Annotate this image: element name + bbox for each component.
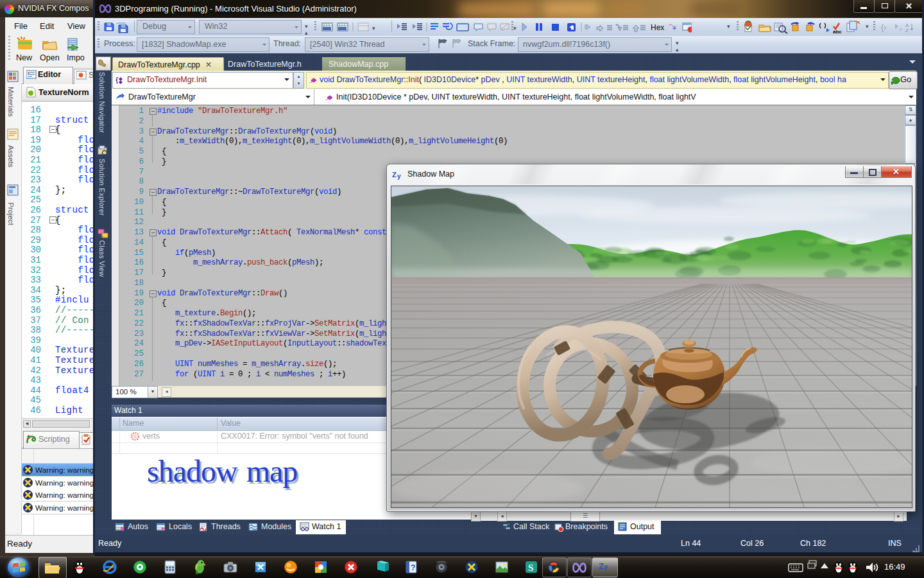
svg-text:?: ? — [899, 27, 902, 33]
svg-text:{›: {› — [881, 22, 887, 32]
svg-text:{: { — [116, 76, 119, 83]
svg-text:Hex: Hex — [651, 23, 664, 32]
svg-text:▾: ▾ — [513, 25, 517, 31]
svg-text:abc: abc — [833, 29, 842, 34]
svg-text:S: S — [528, 563, 533, 573]
svg-text:▾: ▾ — [372, 25, 375, 31]
svg-text:y: y — [397, 173, 401, 180]
svg-text:Z: Z — [905, 28, 909, 33]
svg-text:Z: Z — [392, 171, 397, 179]
svg-text:?: ? — [411, 563, 415, 572]
